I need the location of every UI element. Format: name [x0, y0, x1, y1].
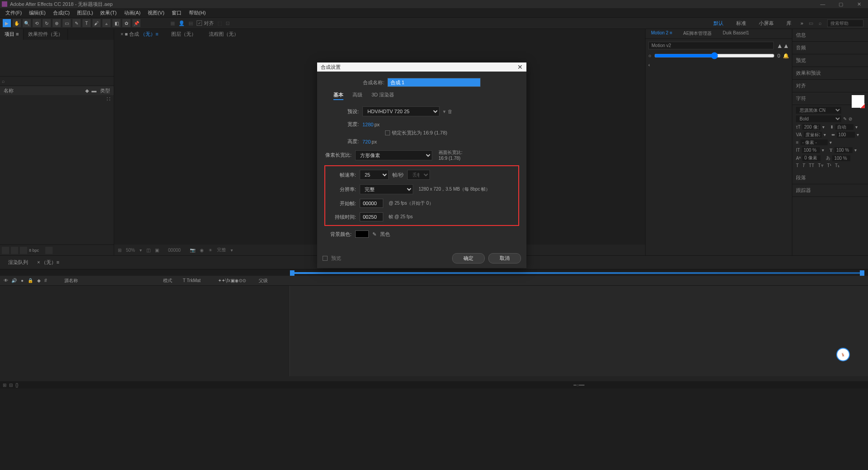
label-color-icon[interactable]: ◆: [37, 278, 41, 283]
flow-icon[interactable]: ⸬: [107, 96, 110, 101]
chevron-left-icon[interactable]: ‹: [648, 62, 650, 67]
bg-color-swatch[interactable]: [355, 230, 369, 238]
channel-icon[interactable]: ◉: [200, 248, 204, 253]
bit-depth[interactable]: 8 bpc: [29, 248, 39, 253]
clone-tool-icon[interactable]: ⟁: [102, 19, 111, 27]
eye-icon[interactable]: 👁: [3, 278, 9, 283]
anchor-tool-icon[interactable]: ⊕: [53, 19, 61, 27]
snap-checkbox[interactable]: 对齐: [197, 20, 214, 27]
tab-advanced[interactable]: 高级: [352, 91, 362, 100]
workspace-default[interactable]: 默认: [710, 19, 727, 28]
preview-section[interactable]: 预览: [792, 54, 868, 67]
minimize-button[interactable]: —: [814, 0, 832, 8]
dialog-close-button[interactable]: ✕: [517, 63, 523, 71]
switches-icon[interactable]: ✦✦⧹fx▣◉⊙⊙: [218, 278, 246, 283]
col-name-header[interactable]: 名称: [4, 87, 85, 94]
source-name-header[interactable]: 源名称: [64, 278, 78, 284]
solo-icon[interactable]: ●: [19, 278, 25, 283]
project-search-input[interactable]: [0, 76, 114, 86]
help-search-input[interactable]: [827, 19, 863, 27]
menu-edit[interactable]: 编辑(E): [25, 10, 49, 16]
puppet-tool-icon[interactable]: 📌: [132, 19, 140, 27]
orbit-tool-icon[interactable]: ⟲: [33, 19, 41, 27]
character-section[interactable]: 字符: [792, 92, 868, 105]
preview-checkbox[interactable]: [323, 256, 328, 261]
workspace-library[interactable]: 库: [783, 19, 795, 28]
preset-select[interactable]: HDV/HDTV 720 25: [362, 106, 439, 116]
alpha-icon[interactable]: ◫: [146, 248, 150, 253]
bg-eyedropper-icon[interactable]: ✎: [372, 231, 376, 237]
resolution-dropdown[interactable]: 完整: [217, 247, 226, 253]
effects-controls-tab[interactable]: 效果控件（无）: [24, 29, 68, 40]
font-family-select[interactable]: 思源黑体 CN: [796, 107, 841, 114]
font-color-swatch[interactable]: [852, 95, 864, 108]
menu-file[interactable]: 文件(F): [2, 10, 25, 16]
magnify-icon[interactable]: ⊞: [118, 248, 121, 253]
layer-tab[interactable]: 图层（无）: [165, 29, 203, 40]
interpret-footage-icon[interactable]: [2, 247, 9, 254]
drop-frame-select[interactable]: 丢帧: [407, 170, 430, 180]
paragraph-section[interactable]: 段落: [792, 172, 868, 184]
render-queue-none[interactable]: × （无）≡: [33, 258, 64, 267]
font-weight-select[interactable]: Bold: [796, 115, 841, 122]
timeline-graph-area[interactable]: [290, 286, 868, 376]
cancel-button[interactable]: 取消: [488, 253, 521, 264]
timeline-ruler[interactable]: [0, 269, 868, 276]
height-value[interactable]: 720: [362, 139, 371, 144]
no-fill-icon[interactable]: ⊘: [849, 116, 852, 121]
playhead-start[interactable]: [290, 270, 294, 276]
new-comp-icon[interactable]: [20, 247, 27, 254]
trkmat-header[interactable]: T TrkMat: [183, 278, 201, 283]
snapshot-icon[interactable]: 📷: [190, 248, 195, 253]
flowchart-tab[interactable]: 流程图（无）: [203, 29, 245, 40]
duik-tab[interactable]: Duik Bassel1: [717, 29, 754, 38]
sync-icon[interactable]: ▭: [809, 20, 813, 26]
mode-header[interactable]: 模式: [163, 278, 172, 284]
mask-icon[interactable]: ▣: [155, 248, 159, 253]
menu-layer[interactable]: 图层(L): [73, 10, 96, 16]
exposure-icon[interactable]: ☀: [208, 248, 212, 253]
kerning-input[interactable]: [804, 132, 822, 138]
duration-input[interactable]: [360, 212, 383, 221]
playhead-end[interactable]: [860, 270, 864, 276]
composition-tab[interactable]: × ■ 合成 （无）≡: [114, 29, 165, 40]
toggle-frame-blend-icon[interactable]: {}: [15, 383, 19, 388]
close-window-button[interactable]: ✕: [850, 0, 868, 8]
workspace-small[interactable]: 小屏幕: [755, 19, 777, 28]
subscript-icon[interactable]: T₁: [835, 163, 839, 168]
toggle-modes-icon[interactable]: ⊟: [9, 383, 13, 388]
leading-input[interactable]: [835, 124, 854, 130]
menu-composition[interactable]: 合成(C): [49, 10, 73, 16]
tracker-section[interactable]: 跟踪器: [792, 184, 868, 197]
menu-effect[interactable]: 效果(T): [96, 10, 120, 16]
align-section[interactable]: 对齐: [792, 80, 868, 92]
person-icon[interactable]: 👤: [178, 20, 185, 26]
zoom-dropdown[interactable]: 50%: [126, 248, 135, 253]
menu-animation[interactable]: 动画(A): [121, 10, 145, 16]
pen-tool-icon[interactable]: ✎: [72, 19, 81, 27]
tsume-input[interactable]: [832, 155, 850, 161]
workspace-overflow-icon[interactable]: »: [800, 20, 803, 26]
framerate-select[interactable]: 25: [360, 170, 389, 180]
time-display[interactable]: 00000: [168, 248, 181, 253]
lock-aspect-checkbox[interactable]: [385, 130, 390, 135]
lock-icon[interactable]: 🔒: [27, 278, 34, 283]
toggle-switches-icon[interactable]: ⊞: [3, 383, 6, 388]
stroke-width-input[interactable]: [800, 139, 828, 145]
smallcaps-icon[interactable]: Tᴛ: [818, 163, 823, 168]
resolution-select[interactable]: 完整: [360, 184, 413, 194]
snap-option2-icon[interactable]: ⊡: [226, 20, 230, 26]
start-frame-input[interactable]: [360, 199, 383, 208]
speaker-icon[interactable]: 🔊: [11, 278, 17, 283]
circle-icon[interactable]: ○: [648, 53, 651, 58]
vscale-input[interactable]: [802, 147, 820, 153]
allcaps-icon[interactable]: TT: [809, 163, 814, 168]
ae-script-manager-tab[interactable]: AE脚本管理器: [678, 29, 717, 38]
save-preset-icon[interactable]: ▾: [443, 109, 446, 115]
render-queue-tab[interactable]: 渲染队列: [4, 258, 33, 267]
col-type-header[interactable]: 类型: [100, 87, 110, 94]
motion-slider[interactable]: [654, 52, 775, 59]
superscript-icon[interactable]: T¹: [827, 163, 831, 168]
parent-header[interactable]: 父级: [259, 278, 268, 284]
hscale-input[interactable]: [834, 147, 853, 153]
